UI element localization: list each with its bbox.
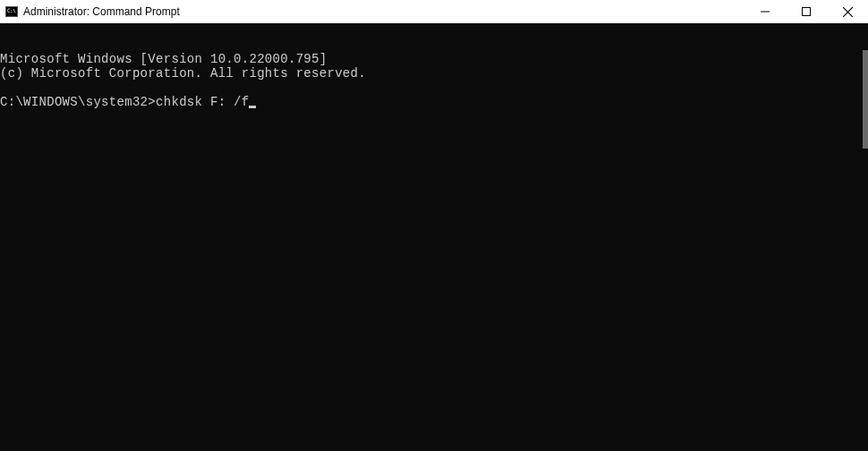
- prompt: C:\WINDOWS\system32>: [0, 95, 156, 109]
- minimize-icon: [761, 7, 770, 16]
- maximize-icon: [802, 7, 811, 16]
- terminal-content: Microsoft Windows [Version 10.0.22000.79…: [0, 23, 868, 138]
- command-prompt-window: C:\ Administrator: Command Prompt: [0, 0, 868, 451]
- window-title: Administrator: Command Prompt: [23, 5, 180, 18]
- minimize-button[interactable]: [745, 0, 786, 23]
- svg-rect-1: [803, 8, 811, 16]
- cmd-icon: C:\: [5, 6, 18, 17]
- command-input[interactable]: chkdsk F: /f: [156, 95, 249, 109]
- terminal-area[interactable]: Microsoft Windows [Version 10.0.22000.79…: [0, 23, 868, 451]
- output-line: Microsoft Windows [Version 10.0.22000.79…: [0, 52, 868, 66]
- titlebar[interactable]: C:\ Administrator: Command Prompt: [0, 0, 868, 23]
- maximize-button[interactable]: [786, 0, 827, 23]
- output-line: (c) Microsoft Corporation. All rights re…: [0, 66, 868, 81]
- prompt-line: C:\WINDOWS\system32>chkdsk F: /f: [0, 95, 868, 109]
- close-button[interactable]: [827, 0, 868, 23]
- scrollbar-thumb[interactable]: [863, 50, 868, 149]
- cursor: [249, 106, 256, 108]
- close-icon: [843, 7, 853, 17]
- window-controls: [745, 0, 868, 23]
